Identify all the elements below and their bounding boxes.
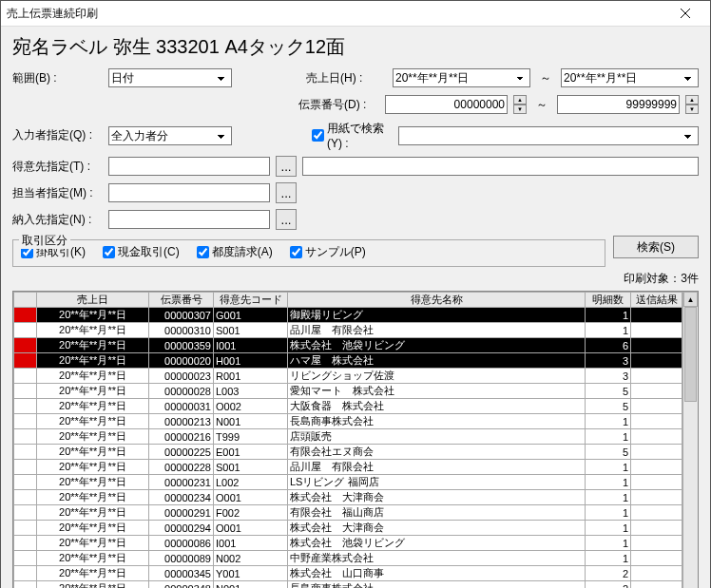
row-mark[interactable] bbox=[14, 414, 37, 429]
table-row[interactable]: 20**年**月**日00000291F002有限会社 福山商店1 bbox=[14, 505, 682, 521]
row-name: 大阪食器 株式会社 bbox=[288, 399, 586, 414]
row-code: S001 bbox=[214, 323, 288, 338]
row-result bbox=[631, 566, 682, 581]
papersearch-select[interactable] bbox=[398, 126, 699, 145]
table-row[interactable]: 20**年**月**日00000028L003愛知マート 株式会社5 bbox=[14, 384, 682, 399]
row-result bbox=[631, 414, 682, 429]
row-result bbox=[631, 460, 682, 475]
row-mark[interactable] bbox=[14, 353, 37, 369]
table-row[interactable]: 20**年**月**日00000023R001リビングショップ佐渡3 bbox=[14, 369, 682, 384]
row-mark[interactable] bbox=[14, 475, 37, 490]
scroll-up-icon[interactable]: ▲ bbox=[683, 292, 698, 307]
table-row[interactable]: 20**年**月**日00000228S001品川屋 有限会社1 bbox=[14, 460, 682, 475]
row-mark[interactable] bbox=[14, 384, 37, 399]
table-row[interactable]: 20**年**月**日00000225E001有限会社エヌ商会5 bbox=[14, 445, 682, 460]
delivery-lookup-button[interactable]: ... bbox=[276, 209, 297, 230]
delivery-input[interactable] bbox=[108, 210, 270, 229]
tilde-1: ～ bbox=[536, 70, 555, 86]
row-code: I001 bbox=[214, 338, 288, 353]
row-result bbox=[631, 308, 682, 323]
row-date: 20**年**月**日 bbox=[37, 369, 149, 384]
dialog-window: 売上伝票連続印刷 宛名ラベル 弥生 333201 A4タック12面 範囲(B) … bbox=[0, 0, 711, 588]
customer-input[interactable] bbox=[108, 157, 270, 176]
slip-to-spin[interactable]: ▲▼ bbox=[685, 95, 699, 114]
row-name: 品川屋 有限会社 bbox=[288, 460, 586, 475]
row-mark[interactable] bbox=[14, 566, 37, 581]
row-date: 20**年**月**日 bbox=[37, 323, 149, 338]
customer-lookup-button[interactable]: ... bbox=[276, 156, 297, 177]
table-scrollbar[interactable]: ▲ ▼ bbox=[682, 292, 698, 588]
table-row[interactable]: 20**年**月**日00000310S001品川屋 有限会社1 bbox=[14, 323, 682, 338]
row-mark[interactable] bbox=[14, 581, 37, 589]
person-lookup-button[interactable]: ... bbox=[276, 182, 297, 203]
row-date: 20**年**月**日 bbox=[37, 475, 149, 490]
close-button[interactable] bbox=[666, 1, 704, 26]
tsudo-check[interactable]: 都度請求(A) bbox=[197, 244, 273, 260]
customer-name-input[interactable] bbox=[302, 157, 699, 176]
form-area: 範囲(B) : 日付 売上日(H) : 20**年**月**日 ～ 20**年*… bbox=[12, 67, 699, 230]
row-mark[interactable] bbox=[14, 536, 37, 551]
row-slip: 00000348 bbox=[149, 581, 214, 589]
row-code: R001 bbox=[214, 369, 288, 384]
table-row[interactable]: 20**年**月**日00000020H001ハマ屋 株式会社3 bbox=[14, 353, 682, 369]
genkin-check[interactable]: 現金取引(C) bbox=[103, 244, 180, 260]
search-button[interactable]: 検索(S) bbox=[613, 236, 699, 258]
papersearch-check[interactable]: 用紙で検索(Y) : bbox=[312, 121, 393, 150]
row-name: 有限会社エヌ商会 bbox=[288, 445, 586, 460]
slip-from-spin[interactable]: ▲▼ bbox=[513, 95, 527, 114]
row-result bbox=[631, 338, 682, 353]
table-row[interactable]: 20**年**月**日00000234O001株式会社 大津商会1 bbox=[14, 490, 682, 505]
date-to-select[interactable]: 20**年**月**日 bbox=[561, 68, 699, 87]
row-slip: 00000307 bbox=[149, 308, 214, 323]
date-from-select[interactable]: 20**年**月**日 bbox=[393, 68, 530, 87]
row-result bbox=[631, 475, 682, 490]
row-mark[interactable] bbox=[14, 369, 37, 384]
row-mark[interactable] bbox=[14, 445, 37, 460]
row-result bbox=[631, 521, 682, 536]
row-result bbox=[631, 353, 682, 369]
row-code: S001 bbox=[214, 460, 288, 475]
row-mark[interactable] bbox=[14, 505, 37, 521]
row-mark[interactable] bbox=[14, 338, 37, 353]
table-row[interactable]: 20**年**月**日00000348N001長島商事株式会社2 bbox=[14, 581, 682, 589]
range-select[interactable]: 日付 bbox=[108, 68, 232, 87]
row-code: O001 bbox=[214, 490, 288, 505]
table-row[interactable]: 20**年**月**日00000089N002中野産業株式会社1 bbox=[14, 551, 682, 566]
inputter-select[interactable]: 全入力者分 bbox=[108, 126, 232, 145]
row-slip: 00000086 bbox=[149, 536, 214, 551]
titlebar: 売上伝票連続印刷 bbox=[1, 1, 710, 27]
slip-to-input[interactable] bbox=[557, 95, 680, 114]
scroll-thumb[interactable] bbox=[684, 307, 697, 402]
papersearch-checkbox[interactable] bbox=[312, 129, 324, 142]
row-name: 店頭販売 bbox=[288, 429, 586, 445]
row-mark[interactable] bbox=[14, 399, 37, 414]
table-row[interactable]: 20**年**月**日00000031O002大阪食器 株式会社5 bbox=[14, 399, 682, 414]
table-row[interactable]: 20**年**月**日00000307G001御殿場リビング1 bbox=[14, 308, 682, 323]
table-row[interactable]: 20**年**月**日00000345Y001株式会社 山口商事2 bbox=[14, 566, 682, 581]
person-input[interactable] bbox=[108, 183, 270, 202]
table-row[interactable]: 20**年**月**日00000359I001株式会社 池袋リビング6 bbox=[14, 338, 682, 353]
row-mark[interactable] bbox=[14, 323, 37, 338]
row-slip: 00000225 bbox=[149, 445, 214, 460]
row-lines: 1 bbox=[586, 429, 631, 445]
row-mark[interactable] bbox=[14, 429, 37, 445]
table-row[interactable]: 20**年**月**日00000086I001株式会社 池袋リビング1 bbox=[14, 536, 682, 551]
sample-check[interactable]: サンプル(P) bbox=[290, 244, 366, 260]
slip-from-input[interactable] bbox=[385, 95, 508, 114]
row-slip: 00000231 bbox=[149, 475, 214, 490]
row-name: 株式会社 山口商事 bbox=[288, 566, 586, 581]
row-name: 長島商事株式会社 bbox=[288, 581, 586, 589]
row-mark[interactable] bbox=[14, 521, 37, 536]
page-heading: 宛名ラベル 弥生 333201 A4タック12面 bbox=[12, 34, 699, 60]
table-row[interactable]: 20**年**月**日00000294O001株式会社 大津商会1 bbox=[14, 521, 682, 536]
row-mark[interactable] bbox=[14, 460, 37, 475]
table-row[interactable]: 20**年**月**日00000231L002LSリビング 福岡店1 bbox=[14, 475, 682, 490]
row-mark[interactable] bbox=[14, 551, 37, 566]
row-date: 20**年**月**日 bbox=[37, 566, 149, 581]
row-mark[interactable] bbox=[14, 490, 37, 505]
table-row[interactable]: 20**年**月**日00000213N001長島商事株式会社1 bbox=[14, 414, 682, 429]
row-lines: 1 bbox=[586, 308, 631, 323]
table-row[interactable]: 20**年**月**日00000216T999店頭販売1 bbox=[14, 429, 682, 445]
row-mark[interactable] bbox=[14, 308, 37, 323]
results-table: 売上日 伝票番号 得意先コード 得意先名称 明細数 送信結果 20**年**月*… bbox=[13, 292, 682, 588]
